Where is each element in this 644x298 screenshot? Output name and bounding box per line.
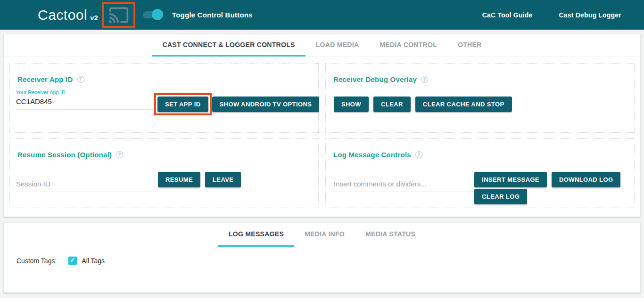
tab-media-info[interactable]: MEDIA INFO [294,223,355,247]
app-header: Cactool v2 Toggle Control Buttons CaC To… [0,0,644,30]
receiver-app-id-field: Your Receiver App ID [16,89,159,110]
highlight-box-set-app-id: SET APP ID [154,93,212,115]
app-title: Cactool [38,7,87,23]
insert-message-button[interactable]: INSERT MESSAGE [474,172,547,187]
all-tags-label: All Tags [82,257,105,265]
log-message-field [334,180,474,192]
toggle-label: Toggle Control Buttons [172,11,253,19]
highlight-box-cast [102,2,135,28]
receiver-debug-overlay-title: Receiver Debug Overlay ? [333,75,428,83]
help-icon[interactable]: ? [77,76,84,83]
cast-icon[interactable] [108,5,129,25]
show-android-tv-options-button[interactable]: SHOW ANDROID TV OPTIONS [212,97,320,112]
main-tab-bar: CAST CONNECT & LOGGER CONTROLS LOAD MEDI… [4,34,640,57]
help-icon[interactable]: ? [116,151,123,158]
control-buttons-toggle[interactable] [143,11,162,18]
tab-media-control[interactable]: MEDIA CONTROL [369,34,447,56]
show-overlay-button[interactable]: SHOW [334,97,369,112]
receiver-app-id-input[interactable] [16,97,159,110]
help-icon[interactable]: ? [415,151,422,158]
nav-cast-debug-logger[interactable]: Cast Debug Logger [559,11,621,19]
panel-grid: Receiver App ID ? Your Receiver App ID S… [4,57,640,214]
all-tags-checkbox[interactable] [68,257,77,265]
resume-session-title: Resume Session (Optional) ? [17,151,123,159]
log-message-controls-title: Log Message Controls ? [333,151,422,159]
log-filters-row: Custom Tags: All Tags [4,247,640,265]
custom-tags-label: Custom Tags: [17,257,57,265]
tab-cast-connect-logger-controls[interactable]: CAST CONNECT & LOGGER CONTROLS [152,34,305,56]
controls-card: CAST CONNECT & LOGGER CONTROLS LOAD MEDI… [3,34,641,217]
log-message-input[interactable] [334,180,474,192]
tab-other[interactable]: OTHER [447,34,492,56]
session-id-input[interactable] [16,180,159,192]
nav-cac-tool-guide[interactable]: CaC Tool Guide [482,11,533,19]
log-card: LOG MESSAGES MEDIA INFO MEDIA STATUS Cus… [3,222,641,293]
log-message-controls-panel: Log Message Controls ? INSERT MESSAGE DO… [325,138,635,208]
tab-load-media[interactable]: LOAD MEDIA [305,34,370,56]
resume-session-panel: Resume Session (Optional) ? RESUME LEAVE [9,138,319,208]
receiver-app-id-panel: Receiver App ID ? Your Receiver App ID S… [9,63,319,133]
tab-media-status[interactable]: MEDIA STATUS [355,223,426,247]
resume-button[interactable]: RESUME [158,172,200,187]
receiver-debug-overlay-panel: Receiver Debug Overlay ? SHOW CLEAR CLEA… [325,63,635,133]
tab-log-messages[interactable]: LOG MESSAGES [218,223,294,247]
app-version: v2 [90,14,98,22]
help-icon[interactable]: ? [421,76,428,83]
receiver-app-id-title: Receiver App ID ? [17,75,84,83]
toggle-thumb [152,9,163,20]
receiver-app-id-field-label: Your Receiver App ID [16,89,159,95]
leave-button[interactable]: LEAVE [205,172,241,187]
clear-log-button[interactable]: CLEAR LOG [474,189,527,204]
clear-cache-and-stop-button[interactable]: CLEAR CACHE AND STOP [415,97,512,112]
log-tab-bar: LOG MESSAGES MEDIA INFO MEDIA STATUS [4,223,640,247]
session-id-field [16,180,159,192]
download-log-button[interactable]: DOWNLOAD LOG [552,172,621,187]
clear-overlay-button[interactable]: CLEAR [373,97,411,112]
set-app-id-button[interactable]: SET APP ID [157,97,208,112]
